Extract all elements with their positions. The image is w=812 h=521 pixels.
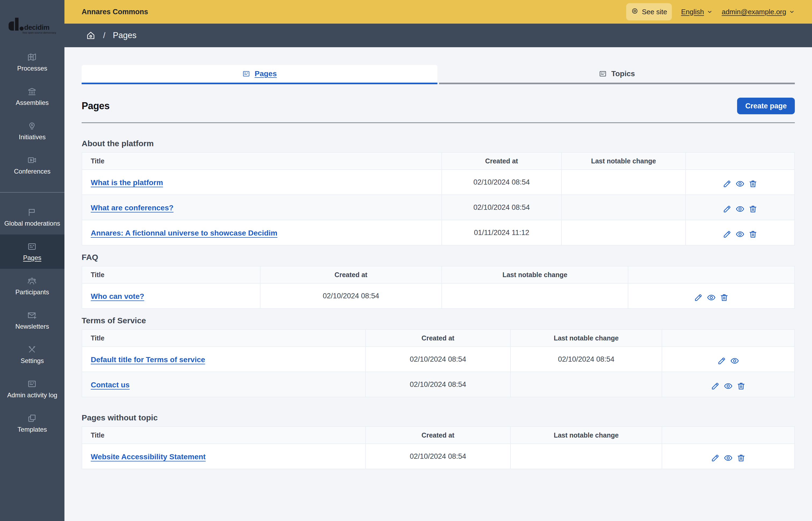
column-header-last-notable-change: Last notable change xyxy=(510,427,662,444)
section-heading: Pages without topic xyxy=(82,411,795,424)
edit-button[interactable] xyxy=(723,228,732,237)
breadcrumb-current[interactable]: Pages xyxy=(113,30,136,40)
trash-icon xyxy=(748,203,757,212)
sidebar-item-assemblies[interactable]: Assemblies xyxy=(0,80,64,114)
sidebar-item-newsletters[interactable]: Newsletters xyxy=(0,303,64,338)
sidebar-item-admin-activity-log[interactable]: Admin activity log xyxy=(0,372,64,406)
delete-button[interactable] xyxy=(736,452,746,461)
decidim-logo-text: decidim xyxy=(24,24,49,30)
page-title: Pages xyxy=(82,100,110,112)
edit-button[interactable] xyxy=(717,355,726,364)
eye-icon xyxy=(707,291,716,300)
edit-button[interactable] xyxy=(711,380,720,389)
decidim-logo-icon xyxy=(8,18,24,30)
trash-icon xyxy=(736,452,746,461)
column-header-created-at: Created at xyxy=(260,266,442,283)
pages-table: TitleCreated atLast notable changeWhat i… xyxy=(82,152,795,246)
sidebar-item-conferences[interactable]: Conferences xyxy=(0,148,64,182)
delete-button[interactable] xyxy=(736,380,746,389)
preview-button[interactable] xyxy=(735,203,745,212)
table-row: What is the platform02/10/2024 08:54 xyxy=(82,169,794,195)
edit-button[interactable] xyxy=(723,203,732,212)
section-faq: FAQTitleCreated atLast notable changeWho… xyxy=(82,251,795,309)
page-link[interactable]: Website Accessibility Statement xyxy=(91,453,206,461)
organization-title: Annares Commons xyxy=(82,8,148,16)
column-header-created-at: Created at xyxy=(442,152,561,169)
table-row: Annares: A fictionnal universe to showca… xyxy=(82,220,794,245)
sidebar-item-templates[interactable]: Templates xyxy=(0,406,64,440)
created-at-cell: 01/11/2024 11:12 xyxy=(442,220,561,245)
main-area: Annares Commons See site English admin@e… xyxy=(64,0,812,521)
last-notable-change-cell xyxy=(510,372,662,397)
sidebar-item-initiatives[interactable]: Initiatives xyxy=(0,114,64,148)
see-site-button[interactable]: See site xyxy=(626,3,672,20)
page-link[interactable]: Who can vote? xyxy=(91,292,144,300)
bulb-icon xyxy=(27,121,37,131)
delete-button[interactable] xyxy=(748,178,757,187)
edit-button[interactable] xyxy=(723,178,732,187)
delete-button[interactable] xyxy=(720,291,729,300)
section-terms: Terms of ServiceTitleCreated atLast nota… xyxy=(82,314,795,397)
table-row: Who can vote?02/10/2024 08:54 xyxy=(82,283,794,309)
sidebar-item-pages[interactable]: Pages xyxy=(0,234,64,269)
card-icon xyxy=(27,379,37,389)
create-page-button[interactable]: Create page xyxy=(737,98,795,114)
home-icon[interactable] xyxy=(86,30,95,40)
trash-icon xyxy=(720,291,729,300)
edit-button[interactable] xyxy=(694,291,703,300)
delete-button[interactable] xyxy=(748,203,757,212)
account-menu[interactable]: admin@example.org xyxy=(722,8,795,16)
eye-icon xyxy=(730,355,739,364)
page-link[interactable]: Annares: A fictionnal universe to showca… xyxy=(91,229,277,237)
preview-button[interactable] xyxy=(735,228,745,237)
section-about: About the platformTitleCreated atLast no… xyxy=(82,137,795,246)
column-header-actions xyxy=(628,266,794,283)
flag-icon xyxy=(27,207,37,218)
sidebar-item-settings[interactable]: Settings xyxy=(0,338,64,372)
tab-pages[interactable]: Pages xyxy=(82,65,437,84)
top-bar: Annares Commons See site English admin@e… xyxy=(64,0,812,24)
created-at-cell: 02/10/2024 08:54 xyxy=(260,283,442,309)
column-header-actions xyxy=(662,427,794,444)
preview-button[interactable] xyxy=(707,291,716,300)
pencil-icon xyxy=(711,380,720,389)
sidebar-item-participants[interactable]: Participants xyxy=(0,269,64,303)
group-icon xyxy=(27,276,37,286)
last-notable-change-cell xyxy=(561,195,686,220)
language-menu[interactable]: English xyxy=(681,8,712,16)
preview-button[interactable] xyxy=(735,178,745,187)
column-header-created-at: Created at xyxy=(365,427,510,444)
preview-button[interactable] xyxy=(724,452,733,461)
eye-icon xyxy=(735,178,745,187)
trash-icon xyxy=(736,380,746,389)
table-row: Contact us02/10/2024 08:54 xyxy=(82,372,794,397)
delete-button[interactable] xyxy=(748,228,757,237)
tools-icon xyxy=(27,345,37,355)
page-link[interactable]: Default title for Terms of service xyxy=(91,356,205,364)
page-link[interactable]: Contact us xyxy=(91,381,130,389)
page-link[interactable]: What is the platform xyxy=(91,178,163,187)
page-link[interactable]: What are conferences? xyxy=(91,204,173,212)
trash-icon xyxy=(748,228,757,237)
map-icon xyxy=(27,52,37,63)
decidim-logo-tagline: free open-source democracy xyxy=(23,31,57,34)
edit-button[interactable] xyxy=(711,452,720,461)
preview-button[interactable] xyxy=(730,355,739,364)
copy-icon xyxy=(27,413,37,424)
decidim-logo[interactable]: decidim free open-source democracy xyxy=(0,0,64,45)
tab-topics[interactable]: Topics xyxy=(439,65,795,84)
breadcrumb: / Pages xyxy=(64,24,812,47)
card-icon xyxy=(27,242,37,252)
video-icon xyxy=(27,155,37,165)
bank-icon xyxy=(27,87,37,97)
column-header-last-notable-change: Last notable change xyxy=(442,266,628,283)
sidebar-item-global-moderations[interactable]: Global moderations xyxy=(0,200,64,234)
preview-button[interactable] xyxy=(724,380,733,389)
pages-table: TitleCreated atLast notable changeDefaul… xyxy=(82,329,795,397)
card-icon xyxy=(242,70,250,78)
created-at-cell: 02/10/2024 08:54 xyxy=(442,195,561,220)
pencil-icon xyxy=(723,228,732,237)
sidebar-item-processes[interactable]: Processes xyxy=(0,45,64,80)
last-notable-change-cell xyxy=(561,220,686,245)
chevron-down-icon xyxy=(707,9,713,15)
